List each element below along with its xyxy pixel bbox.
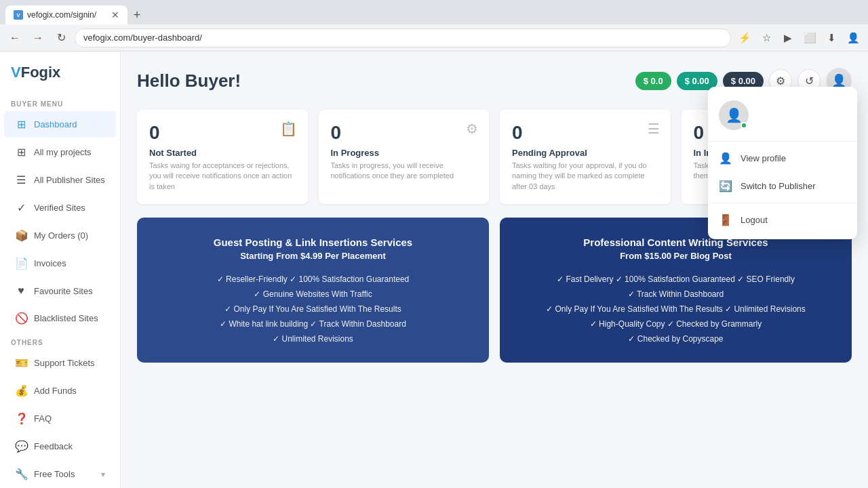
promo-feature: ✓ White hat link building ✓ Track Within… — [153, 319, 473, 329]
logo-fogix: Fogix — [21, 64, 61, 81]
extension-icon[interactable]: ⚡ — [735, 28, 754, 47]
back-button[interactable]: ← — [5, 28, 24, 47]
promo-title: Guest Posting & Link Insertions Services — [153, 237, 473, 248]
stat-card-in-progress: ⚙ 0 In Progress Tasks in progress, you w… — [319, 110, 490, 204]
sidebar-item-label: Favourite Sites — [34, 286, 105, 296]
media-icon[interactable]: ▶ — [778, 28, 797, 47]
sidebar-item-label: All my projects — [34, 147, 105, 157]
sidebar-item-faq[interactable]: ❓ FAQ — [4, 405, 116, 432]
stat-title: Pending Approval — [512, 148, 658, 158]
promo-feature: ✓ Checked by Copyscape — [516, 334, 835, 344]
chevron-down-icon: ▾ — [101, 470, 105, 479]
view-profile-label: View profile — [741, 153, 786, 163]
feedback-icon: 💬 — [15, 440, 27, 453]
stat-desc: Tasks in progress, you will receive noti… — [331, 161, 477, 182]
browser-chrome: V vefogix.com/signin/ ✕ + ← → ↻ vefogix.… — [0, 0, 868, 52]
sidebar-item-add-funds[interactable]: 💰 Add Funds — [4, 378, 116, 404]
sidebar-item-blacklisted-sites[interactable]: 🚫 Blacklisted Sites — [4, 305, 116, 331]
sidebar-item-label: All Publisher Sites — [34, 175, 105, 185]
tab-close-btn[interactable]: ✕ — [111, 9, 119, 20]
view-profile-item[interactable]: 👤 View profile — [708, 144, 857, 172]
stat-number: 0 — [149, 122, 296, 144]
sidebar-item-label: FAQ — [34, 413, 105, 424]
refresh-button[interactable]: ↻ — [52, 28, 71, 47]
online-indicator — [741, 122, 747, 129]
support-icon: 🎫 — [15, 357, 27, 369]
tab-bar: V vefogix.com/signin/ ✕ + — [0, 0, 868, 24]
projects-icon: ⊞ — [15, 146, 27, 159]
sidebar-item-orders[interactable]: 📦 My Orders (0) — [4, 222, 116, 249]
sidebar-item-favourite-sites[interactable]: ♥ Favourite Sites — [4, 278, 116, 304]
stat-number: 0 — [512, 122, 658, 144]
faq-icon: ❓ — [15, 412, 27, 425]
stat-desc: Tasks waiting for your approval, if you … — [512, 161, 658, 192]
dropdown-avatar: 👤 — [719, 100, 749, 130]
orders-icon: 📦 — [15, 229, 27, 242]
promo-feature: ✓ Only Pay If You Are Satisfied With The… — [516, 304, 835, 314]
promo-feature: ✓ Genuine Websites With Traffic — [153, 289, 473, 299]
logo-area: VFogix — [0, 52, 120, 94]
sidebar-item-publisher-sites[interactable]: ☰ All Publisher Sites — [4, 167, 116, 193]
invoices-icon: 📄 — [15, 257, 27, 270]
stat-number: 0 — [331, 122, 477, 144]
in-progress-icon: ⚙ — [466, 121, 478, 137]
user-dropdown-menu: 👤 👤 View profile 🔄 Switch to Publisher 🚪… — [708, 87, 857, 239]
dashboard-icon: ⊞ — [15, 118, 27, 131]
sidebar-item-label: My Orders (0) — [34, 230, 105, 241]
promo-feature: ✓ High-Quality Copy ✓ Checked by Grammar… — [516, 319, 835, 329]
forward-button[interactable]: → — [28, 28, 47, 47]
switch-icon: 🔄 — [719, 180, 732, 192]
promo-feature: ✓ Only Pay If You Are Satisfied With The… — [153, 304, 473, 314]
sidebar-item-dashboard[interactable]: ⊞ Dashboard — [4, 111, 116, 138]
address-text: vefogix.com/buyer-dashboard/ — [83, 33, 202, 43]
active-tab[interactable]: V vefogix.com/signin/ ✕ — [5, 5, 127, 24]
publisher-sites-icon: ☰ — [15, 174, 27, 186]
sidebar-item-support[interactable]: 🎫 Support Tickets — [4, 350, 116, 376]
sidebar-item-label: Support Tickets — [34, 358, 105, 368]
logout-icon: 🚪 — [719, 214, 732, 226]
promo-card-guest-posting: Guest Posting & Link Insertions Services… — [137, 218, 489, 363]
profile-icon[interactable]: 👤 — [844, 28, 863, 47]
sidebar-item-label: Feedback — [34, 441, 105, 451]
balance-badge-1[interactable]: $ 0.0 — [635, 72, 671, 90]
address-bar[interactable]: vefogix.com/buyer-dashboard/ — [75, 28, 731, 47]
funds-icon: 💰 — [15, 384, 27, 397]
sidebar-item-invoices[interactable]: 📄 Invoices — [4, 250, 116, 277]
promo-feature: ✓ Unlimited Revisions — [153, 334, 473, 344]
promo-card-content-writing: Professional Content Writing Services Fr… — [500, 218, 852, 363]
logout-item[interactable]: 🚪 Logout — [708, 206, 857, 234]
promo-feature: ✓ Reseller-Friendly ✓ 100% Satisfaction … — [153, 274, 473, 284]
sidebar-item-projects[interactable]: ⊞ All my projects — [4, 139, 116, 165]
pending-icon: ☰ — [648, 121, 660, 137]
promo-cards: Guest Posting & Link Insertions Services… — [137, 218, 852, 363]
sidebar: VFogix BUYER MENU ⊞ Dashboard ⊞ All my p… — [0, 52, 121, 488]
logout-label: Logout — [741, 215, 768, 225]
dropdown-divider-2 — [708, 203, 857, 203]
switch-to-publisher-label: Switch to Publisher — [741, 181, 816, 191]
sidebar-item-label: Verified Sites — [34, 203, 105, 213]
logo: VFogix — [11, 64, 60, 81]
promo-features: ✓ Fast Delivery ✓ 100% Satisfaction Guar… — [516, 274, 835, 344]
page-title: Hello Buyer! — [137, 70, 241, 92]
user-icon: 👤 — [719, 152, 732, 165]
sidebar-item-free-tools[interactable]: 🔧 Free Tools ▾ — [4, 461, 116, 487]
promo-features: ✓ Reseller-Friendly ✓ 100% Satisfaction … — [153, 274, 473, 344]
new-tab-button[interactable]: + — [127, 5, 146, 24]
stat-title: Not Started — [149, 148, 296, 158]
sidebar-item-feedback[interactable]: 💬 Feedback — [4, 433, 116, 460]
sidebar-item-label: Add Funds — [34, 386, 105, 396]
switch-to-publisher-item[interactable]: 🔄 Switch to Publisher — [708, 172, 857, 200]
star-icon[interactable]: ☆ — [757, 28, 776, 47]
sidebar-item-label: Dashboard — [34, 119, 105, 129]
promo-subtitle: Starting From $4.99 Per Placement — [153, 251, 473, 261]
tab-favicon: V — [14, 10, 23, 20]
stat-card-pending: ☰ 0 Pending Approval Tasks waiting for y… — [500, 110, 671, 204]
download-icon[interactable]: ⬇ — [822, 28, 841, 47]
screen-icon[interactable]: ⬜ — [800, 28, 819, 47]
stat-card-not-started: 📋 0 Not Started Tasks waing for acceptan… — [137, 110, 308, 204]
promo-feature: ✓ Fast Delivery ✓ 100% Satisfaction Guar… — [516, 274, 835, 284]
not-started-icon: 📋 — [280, 121, 297, 137]
sidebar-item-verified-sites[interactable]: ✓ Verified Sites — [4, 195, 116, 221]
tools-icon: 🔧 — [15, 468, 27, 481]
sidebar-item-label: Free Tools — [34, 469, 94, 479]
